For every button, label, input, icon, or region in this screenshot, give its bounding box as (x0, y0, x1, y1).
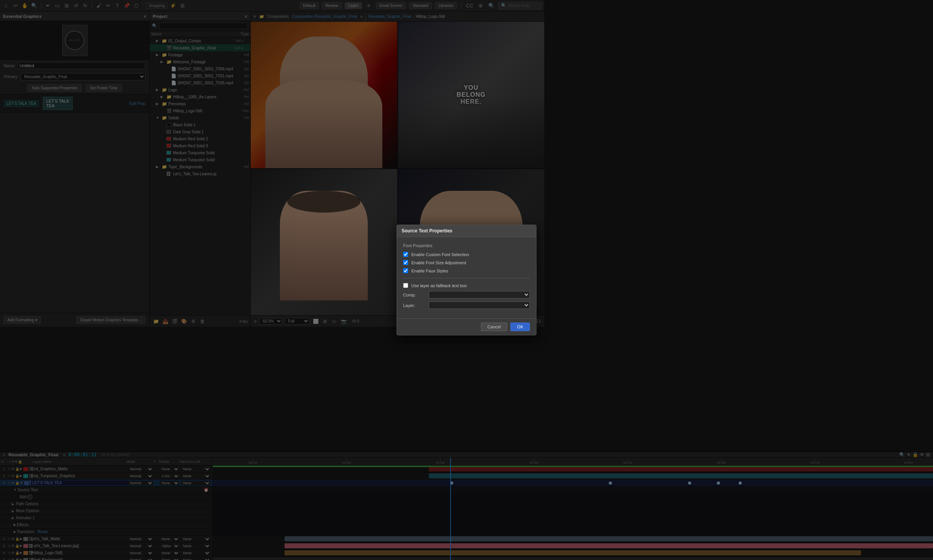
modal-comp-row: Comp: (403, 291, 530, 298)
modal-layer-label: Layer: (403, 303, 426, 308)
modal-separator (403, 278, 530, 278)
modal-font-section: Font Properties (403, 243, 530, 248)
label-font-size: Enable Font Size Adjustment (411, 260, 466, 265)
modal-layer-select[interactable] (429, 302, 530, 309)
modal-comp-select[interactable] (429, 291, 530, 298)
modal-checkbox-row-2: Enable Font Size Adjustment (403, 260, 530, 265)
checkbox-font-size[interactable] (403, 260, 408, 265)
modal-use-layer-row: Use layer as fallback text box (403, 283, 530, 288)
modal-cancel-btn[interactable]: Cancel (481, 323, 507, 327)
modal-checkbox-row-3: Enable Faux Styles (403, 268, 530, 273)
label-faux-styles: Enable Faux Styles (411, 269, 448, 273)
checkbox-custom-font[interactable] (403, 252, 408, 257)
checkbox-use-layer[interactable] (403, 283, 408, 288)
source-text-properties-modal: Source Text Properties Font Properties E… (397, 225, 536, 327)
modal-footer: Cancel OK (397, 318, 536, 327)
modal-layer-row: Layer: (403, 302, 530, 309)
modal-title: Source Text Properties (397, 225, 536, 237)
modal-comp-label: Comp: (403, 293, 426, 297)
modal-checkbox-row-1: Enable Custom Font Selection (403, 252, 530, 257)
label-custom-font: Enable Custom Font Selection (411, 252, 469, 257)
modal-ok-btn[interactable]: OK (510, 323, 530, 327)
checkbox-faux-styles[interactable] (403, 268, 408, 273)
label-use-layer: Use layer as fallback text box (411, 283, 467, 288)
modal-overlay: Source Text Properties Font Properties E… (0, 0, 544, 327)
modal-body: Font Properties Enable Custom Font Selec… (397, 237, 536, 318)
